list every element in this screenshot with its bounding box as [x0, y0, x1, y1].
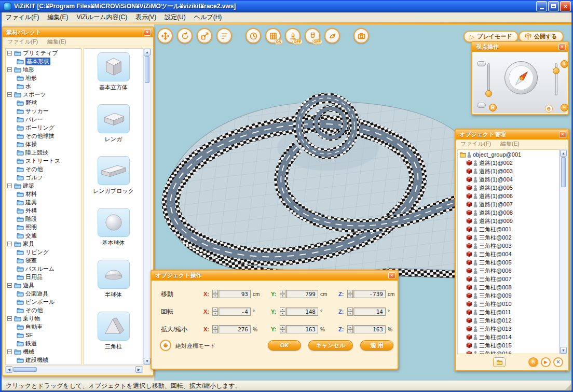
y-spinner[interactable] [280, 290, 285, 298]
y-value-field[interactable]: 163 [286, 325, 318, 333]
object-item[interactable]: 道路(1)@009 [458, 217, 559, 225]
tree-item[interactable]: 外構 [6, 206, 81, 215]
tree-item[interactable]: 基本形状 [6, 57, 81, 65]
menu-item[interactable]: ファイル(F) [2, 12, 43, 23]
menu-item[interactable]: 編集(E) [47, 38, 66, 46]
tree-item[interactable]: 地形 [6, 74, 81, 82]
x-value-field[interactable]: -4 [219, 307, 251, 316]
y-value-field[interactable]: 148 [286, 307, 318, 316]
scroll-thumb[interactable] [145, 56, 149, 83]
object-reset-button[interactable]: R [528, 357, 538, 367]
tree-item[interactable]: 日用品 [6, 273, 81, 281]
y-value-field[interactable]: 799 [286, 290, 318, 298]
tree-item[interactable]: 体操 [6, 140, 81, 148]
viewpoint-close-icon[interactable] [558, 44, 566, 50]
object-manager-titlebar[interactable]: オブジェクト管理 [456, 130, 568, 139]
tree-item[interactable]: 交通 [6, 231, 81, 240]
object-list-scrollbar[interactable] [560, 149, 567, 354]
tree-expander-icon[interactable] [7, 92, 12, 97]
grid-tool[interactable] [265, 28, 281, 44]
tree-item[interactable]: 機械 [6, 347, 81, 356]
object-item[interactable]: 三角柱@002 [458, 233, 559, 242]
z-value-field[interactable]: 163 [353, 325, 386, 333]
x-value-field[interactable]: 276 [219, 325, 251, 333]
tree-item[interactable]: プリミティブ [6, 49, 81, 57]
tree-item[interactable]: 寝室 [6, 256, 81, 264]
ok-button[interactable]: OK [268, 340, 301, 351]
tree-item[interactable]: バスルーム [6, 264, 81, 273]
tree-item[interactable]: 階段 [6, 215, 81, 223]
object-item[interactable]: 三角柱@010 [458, 300, 559, 308]
tree-item[interactable]: その他 [6, 165, 81, 173]
y-spinner[interactable] [280, 325, 285, 333]
tree-expander-icon[interactable] [7, 349, 12, 354]
object-item[interactable]: 三角柱@005 [458, 258, 559, 267]
tree-item[interactable]: リビング [6, 248, 81, 256]
menu-item[interactable]: 編集(E) [500, 140, 520, 148]
height-slider-knob[interactable] [485, 90, 492, 97]
object-item[interactable]: 道路(1)@003 [458, 167, 559, 175]
menu-item[interactable]: ファイル(F) [460, 140, 491, 148]
object-item[interactable]: 三角柱@001 [458, 225, 559, 233]
scroll-up-icon[interactable] [560, 150, 567, 157]
tree-item[interactable]: 乗り物 [6, 314, 81, 323]
palette-item[interactable]: レンガ [84, 104, 143, 156]
menu-item[interactable]: 設定(U) [160, 12, 190, 23]
object-item[interactable]: 三角柱@006 [458, 267, 559, 275]
compass-control[interactable] [504, 61, 538, 94]
tree-item[interactable]: サッカー [6, 107, 81, 115]
object-item[interactable]: 三角柱@012 [458, 316, 559, 325]
object-manager-close-icon[interactable] [559, 131, 566, 138]
menu-item[interactable]: 編集(E) [43, 12, 72, 23]
tree-item[interactable]: ストリートス [6, 157, 81, 165]
object-operation-titlebar[interactable]: オブジェクト操作 [152, 271, 398, 281]
magnet-tool[interactable] [305, 28, 320, 44]
x-value-field[interactable]: 93 [219, 290, 251, 298]
bird-tool[interactable] [324, 28, 340, 44]
zoom-in-button[interactable]: + [561, 60, 568, 68]
palette-item[interactable]: レンガブロック [84, 156, 143, 208]
size-tool[interactable] [216, 28, 232, 44]
palette-item[interactable]: 半球体 [84, 260, 143, 312]
scroll-thumb[interactable] [561, 157, 566, 187]
object-item[interactable]: object_group@001 [458, 150, 559, 159]
palette-item-thumbnail[interactable] [98, 52, 130, 81]
palette-item[interactable]: 基本立方体 [84, 52, 143, 104]
object-item[interactable]: 三角柱@011 [458, 308, 559, 316]
absolute-mode-icon[interactable] [160, 340, 171, 351]
tree-item[interactable]: ボーリング [6, 123, 81, 132]
tree-item[interactable]: その他 [6, 306, 81, 314]
magnify-in-button[interactable]: ⊕ [545, 105, 553, 113]
palette-item[interactable]: 三角柱 [84, 312, 143, 363]
tree-item[interactable]: その他球技 [6, 132, 81, 140]
palette-item-thumbnail[interactable] [98, 156, 130, 185]
tree-item[interactable]: 建築 [6, 181, 81, 190]
tree-item[interactable]: 水 [6, 82, 81, 90]
eye-down-button[interactable] [477, 103, 486, 108]
tree-item[interactable]: 遊具 [6, 281, 81, 289]
object-delete-button[interactable] [553, 357, 563, 367]
x-spinner[interactable] [212, 290, 218, 298]
palette-vertical-scrollbar[interactable] [143, 48, 151, 365]
scroll-down-icon[interactable] [144, 358, 151, 365]
material-palette-titlebar[interactable]: 素材パレット [3, 27, 153, 37]
tree-item[interactable]: バレー [6, 115, 81, 123]
palette-item-thumbnail[interactable] [98, 104, 130, 133]
menu-item[interactable]: 表示(V) [131, 12, 160, 23]
tree-expander-icon[interactable] [7, 242, 12, 246]
z-spinner[interactable] [347, 325, 353, 333]
x-spinner[interactable] [212, 325, 218, 333]
z-spinner[interactable] [347, 290, 353, 298]
material-palette-close-icon[interactable] [144, 29, 151, 36]
tilt-slider-knob[interactable] [553, 67, 560, 74]
tree-item[interactable]: 自動車 [6, 323, 81, 331]
close-button[interactable]: × [560, 1, 571, 11]
move-tool[interactable] [157, 28, 173, 44]
rotate-tool[interactable] [177, 28, 193, 44]
object-item[interactable]: 道路(1)@005 [458, 184, 559, 192]
compass-needle[interactable] [505, 62, 538, 95]
tree-item[interactable]: SF [6, 331, 81, 339]
object-item[interactable]: 三角柱@015 [458, 341, 559, 349]
z-value-field[interactable]: 14 [353, 307, 386, 316]
object-play-button[interactable] [541, 357, 551, 367]
